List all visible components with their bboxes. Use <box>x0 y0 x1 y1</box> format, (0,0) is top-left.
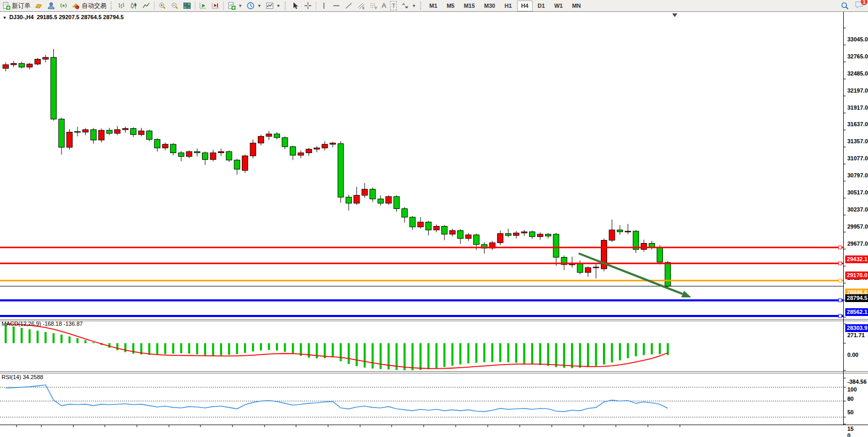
one-click-expand-icon[interactable]: ▼ <box>3 16 7 20</box>
candle-body <box>290 147 296 155</box>
add-indicator-button[interactable]: ▼ <box>226 1 244 11</box>
candle-body <box>505 234 511 236</box>
macd-histogram-bar <box>37 331 39 343</box>
vertical-line-button[interactable] <box>318 1 330 11</box>
macd-histogram-bar <box>523 343 525 364</box>
periods-button[interactable]: ▼ <box>245 1 263 11</box>
chevron-down-icon: ▼ <box>412 4 416 8</box>
candle-body <box>338 144 344 197</box>
macd-histogram-bar <box>220 343 222 356</box>
macd-histogram-bar <box>188 343 190 354</box>
macd-histogram-bar <box>619 343 621 360</box>
price-axis-label: 31357.0 <box>847 138 868 144</box>
signal-icon <box>59 2 68 10</box>
chart-area[interactable]: ▼DJ30-,H4 29185.5 29207.5 28764.5 28794.… <box>0 12 868 437</box>
candle-body <box>187 152 192 156</box>
macd-histogram-bar <box>627 343 629 358</box>
crosshair-button[interactable] <box>302 1 314 11</box>
new-order-button[interactable]: 新订单 <box>1 1 32 11</box>
macd-histogram-bar <box>507 343 509 363</box>
macd-label: MACD(12,26,9) -168.18 -136.87 <box>2 321 83 327</box>
bar-chart-button[interactable] <box>116 1 127 11</box>
horizontal-line-button[interactable] <box>331 1 342 11</box>
macd-histogram-bar <box>12 326 14 343</box>
macd-histogram-bar <box>284 343 286 352</box>
candle-body <box>498 234 503 243</box>
chart-shift-button[interactable] <box>210 1 221 11</box>
autotrading-button[interactable]: 自动交易 <box>70 1 108 11</box>
symbol-header: ▼DJ30-,H4 29185.5 29207.5 28764.5 28794.… <box>3 14 123 20</box>
timeframe-m1[interactable]: M1 <box>425 1 441 11</box>
text-icon: A <box>382 2 386 10</box>
rsi-pane-separator[interactable] <box>0 373 868 373</box>
macd-histogram-bar <box>212 343 214 356</box>
fibonacci-button[interactable]: F <box>368 1 379 11</box>
candle-body <box>67 132 72 147</box>
toolbar-separator <box>316 2 316 10</box>
chat-button[interactable]: 1 <box>855 1 864 11</box>
candle-body <box>171 144 176 153</box>
trendline-icon <box>345 2 353 10</box>
timeframe-h4[interactable]: H4 <box>517 1 533 11</box>
candlestick-chart-button[interactable] <box>128 1 140 11</box>
candle-body <box>74 131 80 132</box>
candle-body <box>625 231 631 232</box>
candle-body <box>386 197 392 203</box>
channel-button[interactable]: E <box>355 1 367 11</box>
profile-button[interactable] <box>45 1 57 11</box>
candle-body <box>665 262 671 286</box>
candle-body <box>154 140 160 148</box>
macd-histogram-bar <box>364 343 366 368</box>
gold-ingot-button[interactable] <box>33 1 44 11</box>
symbol-name: DJ30-,H4 <box>9 14 34 20</box>
macd-histogram-bar <box>427 343 429 369</box>
timeframe-h1[interactable]: H1 <box>500 1 516 11</box>
macd-pane-separator[interactable] <box>0 319 868 320</box>
rsi-pane-separator[interactable] <box>0 371 868 372</box>
line-end-marker <box>839 262 842 265</box>
cursor-button[interactable] <box>290 1 301 11</box>
price-axis-label: 30237.0 <box>847 206 868 213</box>
price-axis-label: 29677.0 <box>847 240 868 247</box>
autotrading-label: 自动交易 <box>82 2 106 10</box>
timeframe-m5[interactable]: M5 <box>442 1 458 11</box>
toolbar-drag-handle[interactable] <box>285 2 287 10</box>
macd-histogram-bar <box>125 343 127 353</box>
zoom-in-button[interactable] <box>157 1 168 11</box>
macd-pane-separator[interactable] <box>0 321 868 321</box>
auto-scroll-button[interactable] <box>197 1 209 11</box>
candle-body <box>378 199 383 203</box>
signal-button[interactable] <box>58 1 69 11</box>
macd-histogram-bar <box>491 343 493 363</box>
search-icon[interactable] <box>841 2 849 10</box>
svg-text:E: E <box>362 6 365 10</box>
macd-histogram-bar <box>92 342 95 343</box>
candle-body <box>83 130 88 132</box>
tile-windows-icon <box>183 2 191 10</box>
line-end-marker <box>839 246 842 249</box>
candle-body <box>530 232 535 236</box>
shapes-button[interactable]: ▼ <box>399 1 417 11</box>
toolbar-drag-handle[interactable] <box>420 2 423 10</box>
timeframe-w1[interactable]: W1 <box>550 1 567 11</box>
toolbar-drag-handle[interactable] <box>111 2 113 10</box>
price-line-badge: 29170.0 <box>845 272 868 279</box>
timeframe-m15[interactable]: M15 <box>460 1 479 11</box>
line-chart-button[interactable] <box>141 1 152 11</box>
tile-windows-button[interactable] <box>181 1 193 11</box>
timeframe-d1[interactable]: D1 <box>534 1 549 11</box>
candlestick-chart-icon <box>130 2 138 10</box>
candle-body <box>633 231 639 249</box>
text-label-button[interactable]: T <box>389 1 398 11</box>
timeframe-m30[interactable]: M30 <box>480 1 499 11</box>
candle-body <box>218 152 224 153</box>
macd-histogram-bar <box>571 343 573 368</box>
macd-histogram-bar <box>44 332 47 343</box>
templates-button[interactable]: ▼ <box>264 1 282 11</box>
text-button[interactable]: A <box>380 1 388 11</box>
trendline-button[interactable] <box>343 1 354 11</box>
timeframe-mn[interactable]: MN <box>568 1 585 11</box>
autotrading-icon <box>72 2 80 10</box>
zoom-out-button[interactable] <box>169 1 180 11</box>
macd-histogram-bar <box>483 343 485 363</box>
